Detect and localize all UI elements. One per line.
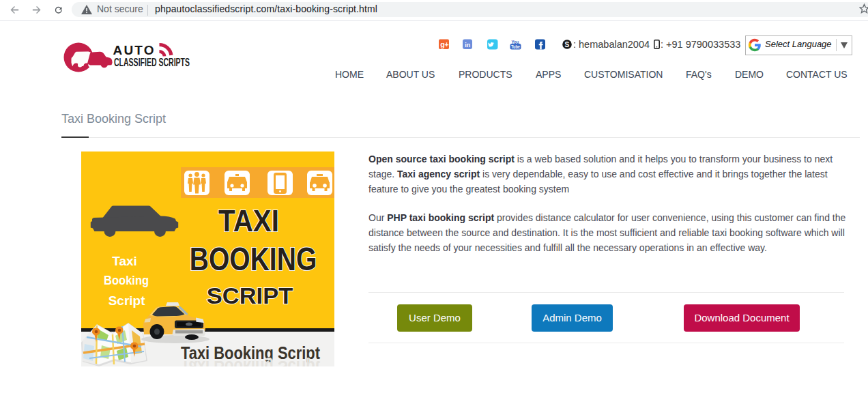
- svg-text:Booking: Booking: [104, 273, 149, 287]
- svg-text:CLASSIFIED SCRIPTS: CLASSIFIED SCRIPTS: [114, 57, 190, 68]
- svg-text:TAXI: TAXI: [218, 204, 279, 237]
- svg-text:Taxi Booking Script: Taxi Booking Script: [181, 358, 320, 367]
- svg-text:S: S: [565, 40, 570, 48]
- svg-text:Tube: Tube: [511, 44, 520, 49]
- svg-text:Taxi: Taxi: [112, 254, 137, 268]
- svg-text:Script: Script: [108, 293, 146, 308]
- svg-text:g+: g+: [440, 40, 449, 48]
- svg-text:BOOKING: BOOKING: [190, 241, 317, 277]
- svg-text:SCRIPT: SCRIPT: [207, 283, 293, 308]
- svg-text:AUTO: AUTO: [113, 43, 156, 57]
- svg-text:You: You: [512, 40, 519, 44]
- svg-text:in: in: [465, 42, 470, 48]
